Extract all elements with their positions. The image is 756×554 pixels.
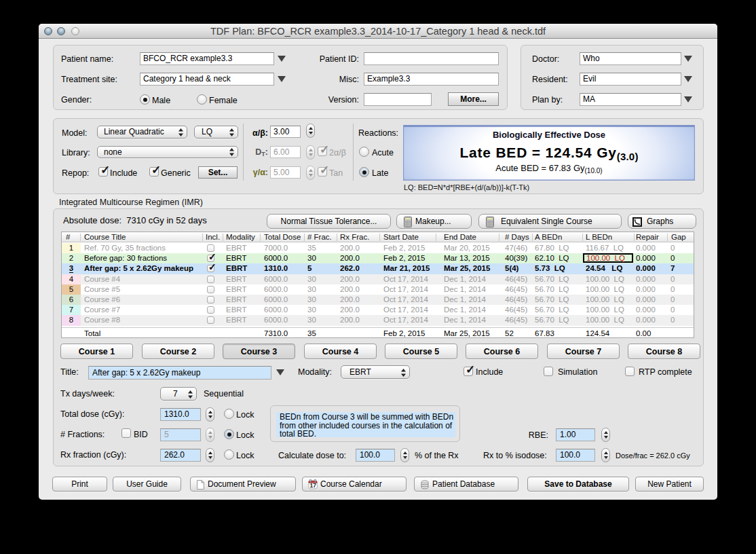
svg-text:17: 17 bbox=[309, 482, 316, 489]
